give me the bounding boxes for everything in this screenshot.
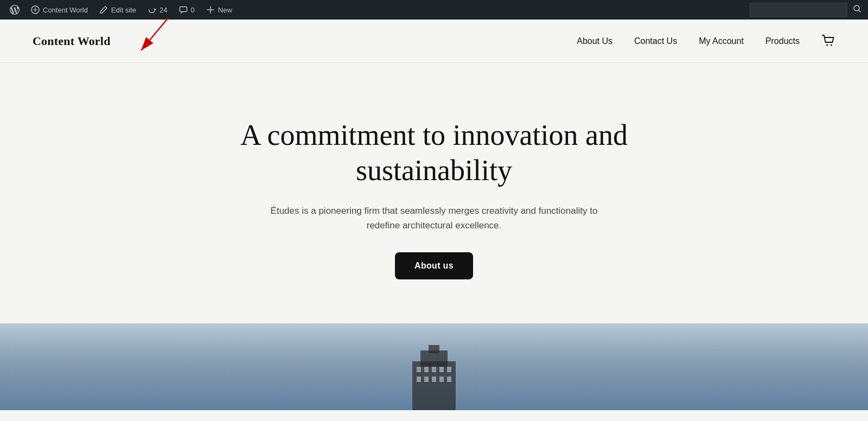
svg-point-5 <box>831 44 832 46</box>
plus-icon <box>206 5 215 15</box>
updates-icon <box>147 5 157 15</box>
site-name-label: Content World <box>43 6 88 14</box>
edit-site-button[interactable]: Edit site <box>93 0 142 20</box>
wp-logo-button[interactable] <box>4 0 25 20</box>
svg-rect-12 <box>439 367 444 372</box>
nav-about-us[interactable]: About Us <box>577 36 612 46</box>
svg-rect-9 <box>417 367 421 372</box>
svg-rect-15 <box>424 377 429 382</box>
svg-rect-16 <box>432 377 436 382</box>
admin-bar: Content World Edit site 24 0 <box>0 0 868 20</box>
comments-count: 0 <box>191 6 195 14</box>
svg-rect-1 <box>180 7 187 12</box>
site-header: Content World About Us Contact Us My Acc… <box>0 20 868 63</box>
updates-count: 24 <box>159 6 167 14</box>
svg-rect-8 <box>429 345 439 353</box>
admin-search-button[interactable] <box>851 4 864 15</box>
wordpress-icon <box>10 5 20 15</box>
admin-bar-right <box>750 3 864 17</box>
hero-section: A commitment to innovation and sustainab… <box>0 63 868 323</box>
svg-rect-10 <box>424 367 429 372</box>
about-us-button[interactable]: About us <box>395 252 473 279</box>
svg-rect-18 <box>447 377 451 382</box>
nav-products[interactable]: Products <box>765 36 800 46</box>
building-silhouette <box>326 345 542 410</box>
updates-button[interactable]: 24 <box>142 0 173 20</box>
admin-site-name[interactable]: Content World <box>25 0 93 20</box>
cart-icon[interactable] <box>821 34 835 48</box>
site-icon <box>30 5 40 15</box>
edit-icon <box>99 5 108 15</box>
svg-rect-17 <box>439 377 444 382</box>
site-nav: About Us Contact Us My Account Products <box>577 34 835 48</box>
svg-rect-11 <box>432 367 436 372</box>
hero-image-strip <box>0 323 868 410</box>
comments-icon <box>178 5 188 15</box>
hero-subtitle: Études is a pioneering firm that seamles… <box>266 203 602 233</box>
nav-my-account[interactable]: My Account <box>699 36 744 46</box>
svg-point-4 <box>826 44 828 46</box>
admin-search-input[interactable] <box>750 3 847 17</box>
edit-site-label: Edit site <box>111 6 136 14</box>
nav-contact-us[interactable]: Contact Us <box>634 36 677 46</box>
new-button[interactable]: New <box>200 0 238 20</box>
svg-rect-14 <box>417 377 421 382</box>
comments-button[interactable]: 0 <box>173 0 200 20</box>
new-label: New <box>218 6 232 14</box>
svg-rect-13 <box>447 367 451 372</box>
site-logo[interactable]: Content World <box>33 34 111 48</box>
hero-title: A commitment to innovation and sustainab… <box>217 118 651 188</box>
